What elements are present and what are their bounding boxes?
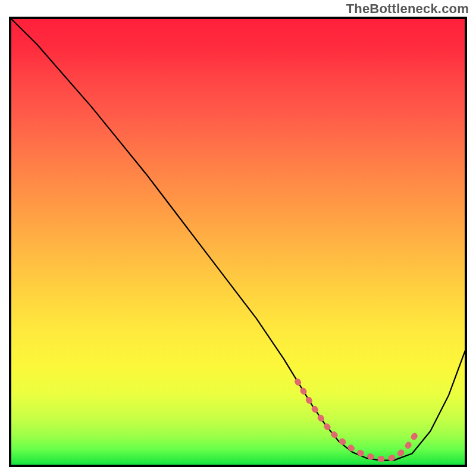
value-gradient-surface (9, 17, 467, 467)
plot-area (9, 17, 467, 467)
chart-container: TheBottleneck.com (0, 0, 476, 476)
watermark-text: TheBottleneck.com (346, 1, 469, 17)
